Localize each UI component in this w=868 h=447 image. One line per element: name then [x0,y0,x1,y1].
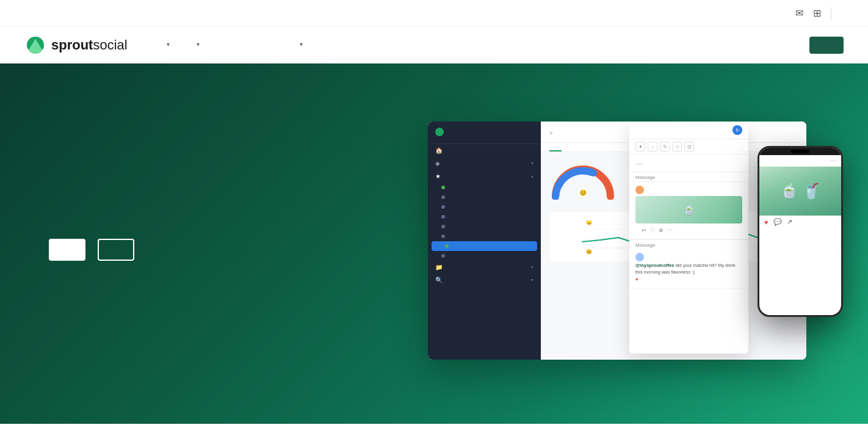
utility-bar: ✉ ⊞ [0,0,868,27]
tool-icon-3[interactable]: ✎ [660,142,670,151]
twitter-arrow: ▾ [531,277,533,283]
sidebar-item-sprout-coffee[interactable] [428,251,541,261]
message-label-2: Message [629,240,748,249]
sidebar-item-listening-home[interactable]: 🏠 [428,144,541,157]
drink-emoji-2: 🥤 [802,183,820,200]
sproutlove-dot [441,225,445,228]
nav-resources[interactable]: ▾ [285,27,315,64]
tool-icon-4[interactable]: ☆ [672,142,682,151]
nav-solutions[interactable]: ▾ [182,27,212,64]
heart-icon: ♥ [635,277,638,282]
phone-app-header: ⋯ [759,155,841,167]
svg-text:😞: 😞 [586,220,592,225]
msg2-text: @mysproutcoffee did your matcha hit? My … [635,263,742,275]
msg2-mention: @mysproutcoffee [635,263,675,268]
messages-panel-header: ↻ [629,122,748,139]
nav-integrations[interactable] [212,27,236,64]
msg2-avatar [635,253,644,261]
dashboard-brand-label: > [549,126,552,137]
platform-chevron-icon: ▾ [167,41,170,48]
gauge-chart: 😊 [549,163,617,200]
svg-text:😊: 😊 [579,189,587,197]
phone-comment-icon[interactable]: 💬 [773,218,782,226]
solutions-chevron-icon: ▾ [197,41,200,48]
phone-post-image: 🍵 🥤 [759,167,841,216]
nav-links: ▾ ▾ ▾ [152,27,809,64]
active-topics-arrow: ▾ [531,161,533,166]
sidebar-item-holiday-lattes[interactable] [428,202,541,212]
message-item-1[interactable]: 🍵 ↩ ♡ ⊕ ⋯ [629,182,748,239]
drink-emoji-1: 🍵 [780,183,798,200]
nav-pricing[interactable] [236,27,261,64]
logo-icon [24,34,46,56]
sidebar-item-twitter[interactable]: 🔍 ▾ [428,274,541,286]
msg1-post-image: 🍵 [635,196,742,223]
messages-panel-icon: ↻ [732,125,742,135]
phone-share-icon[interactable]: ↗ [787,218,792,226]
spike-alert-section [629,154,748,172]
sidebar-item-new-topic[interactable] [428,183,541,192]
phone-caption [759,232,841,234]
sprout-coffee-dot [441,254,445,258]
sidebar-item-coffee-cabin[interactable] [428,212,541,222]
coffee-cabin-dot [441,215,445,219]
tab-demographics[interactable] [574,143,586,151]
sidebar-item-java-house[interactable] [428,192,541,202]
msg1-share-icon[interactable]: ⊕ [659,227,664,233]
msg1-action-icons: ↩ ♡ ⊕ ⋯ [635,225,742,235]
archived-arrow: ▾ [531,264,533,270]
messages-panel: ↻ ✦ ↓ ✎ ☆ ⊡ Message [629,122,748,354]
chicago-dot [441,234,445,238]
sidebar-item-chicago[interactable] [428,231,541,241]
svg-text:😊: 😊 [586,249,592,254]
sidebar-item-sproutlove[interactable] [428,222,541,231]
nav-platform[interactable]: ▾ [152,27,182,64]
featured-topics-arrow: ▴ [531,173,533,179]
phone-mockup: ⋯ 🍵 🥤 ♥ 💬 ↗ [758,146,843,317]
impressions-badge[interactable] [635,163,643,165]
resources-chevron-icon: ▾ [300,41,303,48]
calendar-icon-button[interactable]: ⊞ [813,7,821,19]
tab-performance[interactable] [549,143,562,151]
java-house-dot [441,195,445,199]
main-navbar: sproutsocial ▾ ▾ ▾ [0,27,868,64]
sidebar-item-active-topics[interactable]: ◈ ▾ [428,157,541,170]
phone-notch [759,148,841,155]
msg2-liked-by: ♥ [635,275,742,283]
sidebar-logo-icon [435,128,444,136]
phone-post-actions: ♥ 💬 ↗ [759,216,841,228]
sidebar-item-archived[interactable]: 📁 ▾ [428,261,541,274]
dashboard-sidebar: 🏠 ◈ ▾ ★ ▴ [428,122,541,360]
logo-text: sproutsocial [51,37,128,53]
tool-icon-5[interactable]: ⊡ [684,142,694,151]
icon-row: ✦ ↓ ✎ ☆ ⊡ [629,139,748,154]
msg1-more-icon[interactable]: ⋯ [667,227,673,233]
hero-visual: 🏠 ◈ ▾ ★ ▴ [427,122,844,366]
main-dashboard-panel: 🏠 ◈ ▾ ★ ▴ [428,122,806,360]
holiday-lattes-dot [441,205,445,209]
sidebar-item-coffee-care[interactable] [432,241,537,251]
sidebar-logo [435,128,533,136]
hero-section: 🏠 ◈ ▾ ★ ▴ [0,64,868,424]
tool-icon-1[interactable]: ✦ [635,142,645,151]
email-icon-button[interactable]: ✉ [795,7,803,19]
sidebar-item-featured-topics[interactable]: ★ ▴ [428,170,541,183]
tool-icon-2[interactable]: ↓ [648,142,657,151]
phone-notch-bar [791,150,809,153]
msg1-star-icon[interactable]: ♡ [650,227,655,233]
hero-demo-button[interactable] [98,239,134,261]
msg1-avatar [635,186,644,194]
nav-demo[interactable] [261,27,285,64]
nav-cta-button[interactable] [809,37,844,54]
dashboard-mockup: 🏠 ◈ ▾ ★ ▴ [428,122,843,366]
msg1-reply-icon[interactable]: ↩ [642,227,646,233]
hero-free-trial-button[interactable] [49,239,85,261]
phone-screen: ⋯ 🍵 🥤 ♥ 💬 ↗ [759,148,841,315]
phone-more-icon[interactable]: ⋯ [831,158,836,164]
message-item-2[interactable]: @mysproutcoffee did your matcha hit? My … [629,249,748,289]
msg1-header [635,186,742,194]
phone-heart-icon[interactable]: ♥ [764,219,769,226]
tab-conversation[interactable] [562,143,574,151]
hero-buttons [49,239,427,261]
logo-area[interactable]: sproutsocial [24,34,128,56]
